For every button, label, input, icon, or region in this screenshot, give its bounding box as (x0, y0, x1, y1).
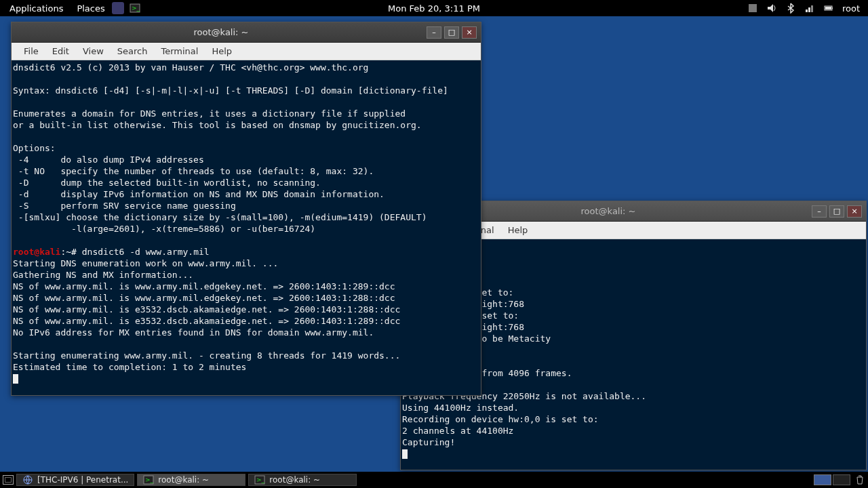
svg-text:>_: >_ (256, 476, 265, 483)
terminal-line: Recording on device hw:0,0 is set to: (402, 414, 599, 424)
terminal-line: 2 channels at 44100Hz (402, 426, 513, 436)
terminal-line: Starting enumerating www.army.mil. - cre… (13, 350, 400, 361)
window1-title: root@kali: ~ (16, 27, 427, 37)
window2-maximize-button[interactable]: □ (829, 205, 844, 218)
terminal-line: NS of www.army.mil. is e3532.dscb.akamai… (13, 304, 400, 314)
taskbar-label: root@kali: ~ (269, 475, 320, 485)
svg-marker-3 (768, 4, 773, 12)
svg-rect-9 (825, 7, 831, 9)
window2-menu-help[interactable]: Help (501, 225, 535, 235)
svg-text:>_: >_ (132, 5, 140, 12)
network-icon[interactable] (804, 3, 815, 14)
terminal-line: NS of www.army.mil. is e3532.dscb.akamai… (13, 316, 400, 326)
panel-clock[interactable]: Mon Feb 20, 3:11 PM (388, 3, 480, 14)
window1-menu-terminal[interactable]: Terminal (154, 46, 205, 56)
terminal-line: -S perform SRV service name guessing (13, 201, 236, 211)
window1-menu-view[interactable]: View (76, 46, 111, 56)
terminal-launcher-icon[interactable]: >_ (130, 3, 140, 14)
command-text: dnsdict6 -d www.army.mil (82, 247, 210, 257)
taskbar-label: root@kali: ~ (158, 475, 209, 485)
terminal-line: NS of www.army.mil. is www.army.mil.edge… (13, 293, 395, 303)
globe-icon (22, 474, 33, 485)
gnome-icon[interactable] (112, 2, 124, 14)
terminal-line: Using 44100Hz instead. (402, 403, 519, 413)
terminal-window-1[interactable]: root@kali: ~ – □ × File Edit View Search… (11, 22, 481, 396)
svg-rect-6 (811, 5, 813, 12)
terminal-icon: >_ (254, 474, 265, 485)
window2-minimize-button[interactable]: – (812, 205, 827, 218)
record-icon[interactable] (747, 3, 758, 14)
terminal-line: NS of www.army.mil. is www.army.mil.edge… (13, 281, 395, 291)
terminal-line: -D dump the selected built-in wordlist, … (13, 178, 321, 188)
taskbar-item-terminal-1[interactable]: >_ root@kali: ~ (137, 474, 245, 486)
window1-cursor (13, 374, 18, 384)
terminal-line: No IPv6 address for MX entries found in … (13, 327, 374, 338)
battery-icon[interactable] (823, 3, 834, 14)
taskbar-item-terminal-2[interactable]: >_ root@kali: ~ (248, 474, 357, 486)
window1-menu-edit[interactable]: Edit (45, 46, 76, 56)
window2-close-button[interactable]: × (847, 205, 862, 218)
terminal-line: -4 do also dump IPv4 addresses (13, 155, 204, 165)
bottom-panel: [THC-IPV6 | Penetrat... >_ root@kali: ~ … (0, 472, 868, 488)
taskbar-item-browser[interactable]: [THC-IPV6 | Penetrat... (16, 474, 134, 486)
svg-text:>_: >_ (145, 476, 154, 483)
terminal-line: Estimated time to completion: 1 to 2 min… (13, 362, 246, 372)
panel-user[interactable]: root (842, 3, 860, 14)
terminal-icon: >_ (143, 474, 154, 485)
volume-icon[interactable] (766, 3, 777, 14)
terminal-line: -d display IPv6 information on NS and MX… (13, 189, 384, 199)
window1-menubar: File Edit View Search Terminal Help (12, 43, 481, 60)
window1-terminal-body[interactable]: dnsdict6 v2.5 (c) 2013 by van Hauser / T… (12, 60, 481, 395)
terminal-line: dnsdict6 v2.5 (c) 2013 by van Hauser / T… (13, 62, 368, 73)
window1-titlebar[interactable]: root@kali: ~ – □ × (12, 22, 481, 43)
window1-close-button[interactable]: × (462, 26, 477, 39)
show-desktop-icon[interactable] (3, 475, 14, 485)
terminal-line: or a built-in list otherwise. This tool … (13, 120, 422, 130)
prompt-user: root@kali (13, 247, 60, 257)
terminal-line: Capturing! (402, 437, 455, 447)
menu-applications[interactable]: Applications (3, 3, 70, 14)
terminal-line: Starting DNS enumeration work on www.arm… (13, 258, 278, 268)
terminal-line: Syntax: dnsdict6 [-d4] [-s|-m|-l|-x|-u] … (13, 85, 448, 96)
svg-rect-8 (832, 7, 833, 9)
window1-menu-file[interactable]: File (17, 46, 45, 56)
window1-minimize-button[interactable]: – (427, 26, 441, 39)
workspace-switcher[interactable] (814, 474, 850, 485)
svg-rect-5 (808, 7, 810, 12)
svg-rect-4 (806, 9, 808, 12)
trash-icon[interactable] (854, 474, 865, 485)
bluetooth-icon[interactable] (785, 3, 796, 14)
terminal-line: -t NO specify the number of threads to u… (13, 166, 374, 176)
window1-menu-help[interactable]: Help (205, 46, 239, 56)
terminal-line: -[smlxu] choose the dictionary size by -… (13, 212, 427, 222)
window1-maximize-button[interactable]: □ (444, 26, 459, 39)
top-panel: Applications Places >_ Mon Feb 20, 3:11 … (0, 0, 868, 16)
terminal-line: Options: (13, 143, 56, 153)
terminal-line: -l(arge=2601), -x(treme=5886) or -u(ber=… (13, 224, 315, 234)
prompt-rest: :~# (60, 247, 81, 257)
window1-menu-search[interactable]: Search (111, 46, 155, 56)
menu-places[interactable]: Places (70, 3, 111, 14)
taskbar-label: [THC-IPV6 | Penetrat... (37, 475, 128, 485)
terminal-line: Gathering NS and MX information... (13, 270, 193, 280)
terminal-line: Enumerates a domain for DNS entries, it … (13, 108, 406, 119)
window2-cursor (402, 449, 408, 459)
svg-rect-2 (749, 4, 757, 12)
